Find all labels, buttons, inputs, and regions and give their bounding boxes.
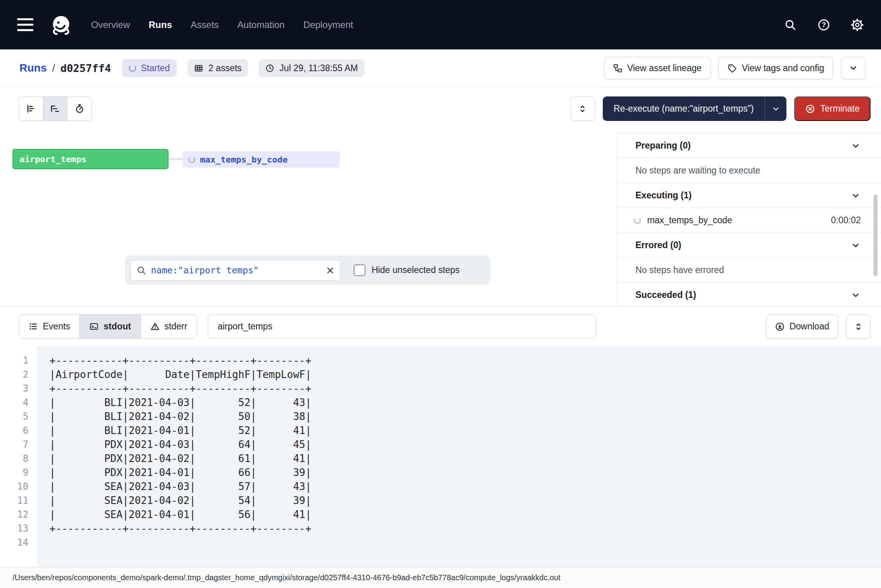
step-filter-bar: Hide unselected steps [125,256,491,285]
breadcrumb-separator: / [52,62,55,74]
help-icon[interactable]: ? [817,18,830,32]
step-filter-input[interactable] [130,260,340,281]
log-line [49,536,311,550]
step-elapsed-time: 0:00:02 [831,215,861,226]
panel-section-title: Preparing (0) [635,140,691,151]
tab-events[interactable]: Events [19,315,80,338]
steps-scrollbar[interactable] [874,194,877,276]
tab-label: Events [43,321,70,332]
hamburger-menu-icon[interactable] [17,18,33,31]
panel-section-title: Succeeded (1) [635,290,696,300]
gantt-node-label: airport_temps [19,154,86,164]
gantt-view-toggle-group [19,96,92,121]
search-icon[interactable] [784,18,797,32]
view-asset-lineage-button[interactable]: View asset lineage [604,57,711,79]
log-toolbar: Events stdout stderr Download [0,306,881,346]
panel-empty-message: No steps are waiting to execute [617,158,881,183]
log-line: | BLI|2021-04-03| 52| 43| [49,396,311,410]
panel-section-succeeded[interactable]: Succeeded (1) [617,283,881,306]
assets-count-chip[interactable]: 2 assets [188,59,248,77]
log-line: | BLI|2021-04-02| 50| 38| [49,410,311,424]
header-more-chevron-button[interactable] [841,57,865,79]
panel-section-preparing[interactable]: Preparing (0) [617,133,881,158]
nav-item-overview[interactable]: Overview [91,19,130,30]
chevron-down-icon [851,290,861,300]
run-timestamp-chip: Jul 29, 11:38:55 AM [259,59,364,77]
log-line: |AirportCode| Date|TempHighF|TempLowF| [49,368,311,382]
run-timestamp: Jul 29, 11:38:55 AM [279,63,358,74]
warning-triangle-icon [150,322,160,331]
expand-gantt-button[interactable] [570,96,595,121]
panel-empty-message: No steps have errored [617,258,881,283]
run-header: Runs / d0257ff4 Started 2 assets Jul 29,… [0,49,881,87]
gantt-waterfall-toggle-icon[interactable] [19,97,43,121]
download-icon [775,322,785,332]
executing-step-row[interactable]: max_temps_by_code 0:00:02 [617,208,881,233]
chevron-down-icon [848,63,858,73]
download-label: Download [790,321,829,332]
chevron-down-icon [771,104,781,114]
log-line: | PDX|2021-04-01| 66| 39| [49,466,311,480]
gantt-node-airport-temps[interactable]: airport_temps [12,149,168,169]
download-button[interactable]: Download [766,314,838,339]
log-content: +-----------+----------+---------+------… [37,346,311,567]
log-line: +-----------+----------+---------+------… [49,354,311,368]
gantt-edge [168,159,183,159]
steps-panel: Preparing (0) No steps are waiting to ex… [616,133,881,306]
terminal-icon [89,322,99,331]
chevron-down-icon [851,191,861,201]
tag-icon [727,63,737,73]
unfold-icon [577,104,588,114]
tab-stdout[interactable]: stdout [80,315,140,338]
run-body: Re-execute (name:"airport_temps") Termin… [0,87,881,306]
gantt-timer-toggle-icon[interactable] [67,97,91,121]
dagster-logo-icon[interactable] [48,12,74,38]
terminate-button[interactable]: Terminate [794,96,870,121]
expand-logs-button[interactable] [846,314,870,339]
run-id: d0257ff4 [60,62,111,74]
log-file-path-bar: /Users/ben/repos/components_demo/spark-d… [0,567,881,588]
step-name: max_temps_by_code [647,215,825,226]
clear-filter-icon[interactable] [325,265,335,276]
gantt-node-max-temps-by-code[interactable]: max_temps_by_code [183,151,340,168]
breadcrumb-runs-link[interactable]: Runs [19,62,47,74]
status-spinner-icon [129,65,136,72]
running-spinner-icon [188,156,195,163]
log-tab-group: Events stdout stderr [19,314,197,339]
log-line: +-----------+----------+---------+------… [49,522,311,536]
panel-section-title: Errored (0) [635,240,681,250]
log-line: | PDX|2021-04-02| 61| 41| [49,452,311,466]
log-line-numbers: 12 34 56 78 910 1112 1314 [0,346,37,567]
stdout-log-viewer[interactable]: 12 34 56 78 910 1112 1314 +-----------+-… [0,346,881,567]
status-label: Started [141,63,170,74]
panel-section-executing[interactable]: Executing (1) [617,183,881,208]
nav-item-runs[interactable]: Runs [149,19,172,30]
reexecute-button[interactable]: Re-execute (name:"airport_temps") [603,96,786,121]
top-nav: Overview Runs Assets Automation Deployme… [0,0,881,49]
cancel-circle-icon [805,104,815,114]
log-line: | PDX|2021-04-03| 64| 45| [49,438,311,452]
panel-section-title: Executing (1) [635,190,691,201]
panel-section-errored[interactable]: Errored (0) [617,233,881,258]
log-step-input[interactable] [208,314,596,339]
nav-item-deployment[interactable]: Deployment [303,19,353,30]
log-line: | BLI|2021-04-01| 52| 41| [49,424,311,438]
log-line: | SEA|2021-04-02| 54| 39| [49,494,311,508]
chevron-down-icon [851,141,861,151]
tab-stderr[interactable]: stderr [141,315,197,338]
hide-unselected-checkbox[interactable] [354,264,365,276]
reexecute-dropdown-button[interactable] [765,96,786,121]
nav-item-automation[interactable]: Automation [237,19,284,30]
gantt-flatten-toggle-icon[interactable] [43,97,67,121]
lineage-icon [613,63,623,73]
assets-count-label: 2 assets [208,63,242,74]
terminate-label: Terminate [820,103,860,114]
chevron-down-icon [851,240,861,250]
nav-item-assets[interactable]: Assets [191,19,219,30]
view-tags-config-button[interactable]: View tags and config [718,57,833,79]
hide-unselected-label: Hide unselected steps [372,265,460,275]
run-status-badge: Started [122,59,177,77]
tab-label: stderr [165,321,188,332]
settings-gear-icon[interactable] [851,18,864,32]
primary-nav: Overview Runs Assets Automation Deployme… [91,19,353,30]
